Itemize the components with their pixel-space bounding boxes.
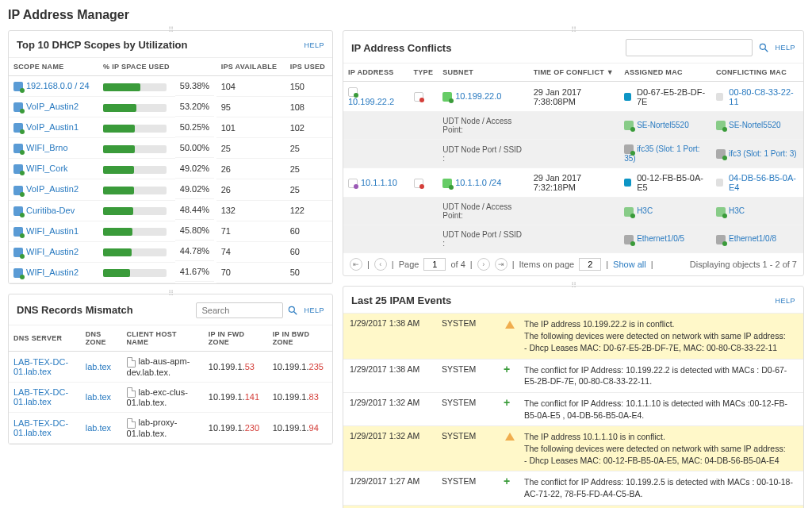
col-type[interactable]: TYPE	[409, 64, 439, 82]
assigned-node-link[interactable]: SE-Nortel5520	[637, 121, 689, 129]
vendor-icon	[624, 93, 631, 101]
pager-next-button[interactable]: ›	[477, 258, 490, 271]
pager-page-label: Page	[399, 260, 419, 269]
conflicting-mac-link[interactable]: 00-80-C8-33-22-11	[729, 87, 799, 106]
scope-name-link[interactable]: WIFI_Brno	[26, 143, 68, 152]
panel-title-events: Last 25 IPAM Events	[351, 294, 451, 306]
scope-name-link[interactable]: WIFI_Austin2	[26, 267, 79, 277]
ips-avail-value: 25	[216, 138, 285, 159]
subnet-link[interactable]: 10.1.1.0 /24	[455, 178, 501, 187]
scope-name-link[interactable]: WIFI_Austin1	[26, 226, 79, 236]
svg-point-2	[760, 44, 766, 49]
pager-sep: |	[512, 260, 515, 269]
conflict-time: 29 Jan 2017 7:32:18PM	[529, 168, 619, 198]
dns-server-link[interactable]: LAB-TEX-DC-01.lab.tex	[13, 387, 68, 406]
table-row: 10.1.1.1010.1.1.0 /2429 Jan 2017 7:32:18…	[343, 168, 803, 198]
ips-avail-value: 26	[216, 159, 285, 179]
assigned-node-link[interactable]: H3C	[637, 206, 653, 215]
conflict-node-link[interactable]: SE-Nortel5520	[729, 121, 781, 129]
svg-line-3	[765, 49, 768, 52]
vendor-icon	[716, 93, 723, 101]
col-dns-server[interactable]: DNS SERVER	[9, 325, 81, 352]
col-time[interactable]: TIME OF CONFLICT ▼	[529, 64, 619, 82]
help-link[interactable]: HELP	[304, 41, 324, 49]
dns-server-link[interactable]: LAB-TEX-DC-01.lab.tex	[13, 418, 68, 437]
warning-icon	[505, 433, 515, 441]
conflict-node-link[interactable]: H3C	[729, 206, 745, 215]
scope-icon	[13, 248, 23, 257]
pct-used-value: 59.38%	[175, 76, 214, 96]
scope-name-link[interactable]: VoIP_Austin2	[26, 184, 79, 194]
help-link[interactable]: HELP	[304, 306, 324, 314]
ips-used-value: 150	[285, 76, 332, 97]
ips-used-value: 102	[285, 117, 332, 138]
dns-zone-link[interactable]: lab.tex	[86, 423, 111, 433]
col-subnet[interactable]: SUBNET	[438, 64, 528, 82]
pager-prev-button[interactable]: ‹	[374, 258, 387, 271]
table-row: WIFI_Austin145.80%7160	[9, 221, 332, 241]
conflicting-mac-link[interactable]: 04-DB-56-B5-0A-E4	[729, 173, 799, 192]
pager-of-label: of 4	[450, 260, 465, 269]
usage-bar	[103, 83, 167, 91]
help-link[interactable]: HELP	[775, 297, 795, 305]
help-link[interactable]: HELP	[775, 44, 795, 52]
pager-last-button[interactable]: ⇥	[495, 258, 508, 271]
event-row: 1/29/2017 1:27 AMSYSTEM+The conflict for…	[343, 471, 803, 505]
col-dns-zone[interactable]: DNS ZONE	[81, 325, 122, 352]
ip-address-link[interactable]: 10.1.1.10	[361, 178, 397, 187]
document-icon	[127, 357, 136, 368]
col-conflicting-mac[interactable]: CONFLICTING MAC	[711, 64, 803, 82]
event-row: 1/29/2017 1:38 AMSYSTEMThe IP address 10…	[343, 314, 803, 359]
dns-zone-link[interactable]: lab.tex	[86, 392, 111, 402]
ips-used-value: 122	[285, 200, 332, 221]
pct-used-value: 49.02%	[175, 179, 214, 199]
col-pct-used[interactable]: % IP SPACE USED	[98, 58, 216, 76]
pager-show-all-link[interactable]: Show all	[613, 260, 646, 269]
subnet-link[interactable]: 10.199.22.0	[455, 91, 501, 101]
table-row: VoIP_Austin253.20%95108	[9, 97, 332, 117]
conflict-port-link[interactable]: Ethernet1/0/8	[729, 234, 776, 243]
col-ip-bwd[interactable]: IP IN BWD ZONE	[268, 325, 332, 352]
search-icon[interactable]	[757, 41, 770, 54]
event-source: SYSTEM	[442, 431, 497, 441]
assigned-port-link[interactable]: ifc35 (Slot: 1 Port: 35)	[624, 144, 699, 163]
assigned-port-link[interactable]: Ethernet1/0/5	[637, 234, 684, 243]
col-assigned-mac[interactable]: ASSIGNED MAC	[619, 64, 711, 82]
pager-sep: |	[606, 260, 608, 269]
scope-name-link[interactable]: WIFI_Austin2	[26, 247, 79, 256]
event-row: 1/29/2017 1:32 AMSYSTEMThe IP address 10…	[343, 426, 803, 471]
pager-page-input[interactable]	[423, 258, 446, 271]
pct-used-value: 45.80%	[175, 221, 214, 241]
scope-icon	[13, 144, 23, 153]
scope-name-link[interactable]: VoIP_Austin2	[26, 102, 79, 111]
search-input[interactable]	[196, 302, 283, 318]
scope-name-link[interactable]: VoIP_Austin1	[26, 122, 79, 132]
pager-first-button[interactable]: ⇤	[350, 258, 362, 271]
table-row: LAB-TEX-DC-01.lab.texlab.texlab-exc-clus…	[9, 382, 332, 413]
usage-bar	[103, 125, 167, 133]
dns-zone-link[interactable]: lab.tex	[86, 362, 111, 371]
ips-avail-value: 132	[216, 200, 285, 221]
col-ip[interactable]: IP ADDRESS	[343, 64, 409, 82]
ips-avail-value: 101	[216, 117, 285, 138]
pager-items-input[interactable]	[579, 258, 601, 271]
event-message: The conflict for IP Address: 10.199.2.5 …	[524, 476, 797, 499]
col-ips-used[interactable]: IPS USED	[285, 58, 332, 76]
ip-address-link[interactable]: 10.199.22.2	[348, 97, 394, 106]
col-client-host[interactable]: CLIENT HOST NAME	[122, 325, 204, 352]
col-scope-name[interactable]: SCOPE NAME	[9, 58, 98, 76]
pct-used-value: 44.78%	[175, 241, 214, 261]
scope-name-link[interactable]: WIFI_Cork	[26, 164, 68, 173]
panel-title-dhcp: Top 10 DHCP Scopes by Utilization	[17, 39, 188, 51]
scope-icon	[13, 206, 23, 216]
table-subrow: UDT Node Port / SSID :ifc35 (Slot: 1 Por…	[343, 140, 803, 168]
col-ips-avail[interactable]: IPS AVAILABLE	[216, 58, 285, 76]
scope-name-link[interactable]: Curitiba-Dev	[26, 206, 75, 215]
conflict-port-link[interactable]: ifc3 (Slot: 1 Port: 3)	[729, 149, 797, 158]
search-input[interactable]	[626, 39, 753, 56]
col-ip-fwd[interactable]: IP IN FWD ZONE	[204, 325, 268, 352]
scope-name-link[interactable]: 192.168.0.0 / 24	[26, 81, 90, 90]
search-icon[interactable]	[286, 304, 299, 317]
dns-server-link[interactable]: LAB-TEX-DC-01.lab.tex	[13, 357, 68, 376]
table-row: VoIP_Austin150.25%101102	[9, 117, 332, 138]
